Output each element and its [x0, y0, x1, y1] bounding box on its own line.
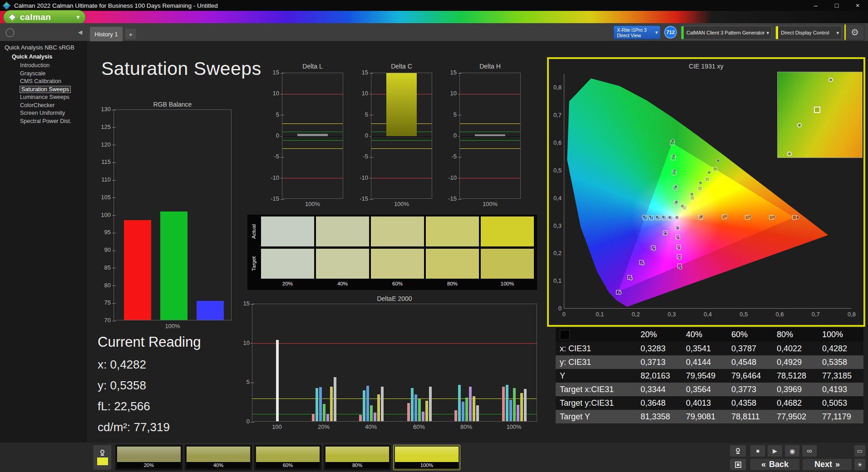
y-tick: [251, 422, 254, 423]
y-tick-label: 0: [442, 132, 457, 139]
table-row: Target y:CIE310,36480,40130,43580,46820,…: [556, 396, 863, 410]
workspace-menu-button[interactable]: [5, 28, 15, 37]
sidebar-item-screen-uniformity[interactable]: Screen Uniformity: [0, 109, 87, 118]
y-tick-label: 15: [354, 69, 368, 76]
sidebar-collapse-icon[interactable]: ◀: [78, 29, 82, 35]
deltae-bar: [370, 405, 373, 421]
minimize-icon[interactable]: –: [805, 0, 826, 11]
deltae-bar: [407, 403, 410, 421]
chevron-down-icon: ▾: [836, 30, 839, 36]
meter-name: X-Rite i1Pro 3: [617, 27, 646, 33]
table-cell: 0,3787: [727, 344, 773, 354]
settings-button[interactable]: ⚙: [844, 24, 864, 40]
sidebar-item-label: Saturation Sweeps: [20, 86, 70, 93]
sidebar-item-label: ColorChecker: [20, 102, 54, 108]
tab-bar: ◀ History 1 + X-Rite i1Pro 3 Direct View…: [0, 23, 868, 41]
sidebar-item-spectral-power-dist[interactable]: Spectral Power Dist.: [0, 118, 87, 126]
inset-measured-point: [797, 123, 802, 128]
brightness-button[interactable]: ☀: [854, 458, 866, 471]
pattern-patch-60[interactable]: 60%: [254, 445, 321, 470]
stop-button[interactable]: ■: [750, 445, 765, 457]
pattern-lamp-button[interactable]: [730, 445, 746, 457]
y-tick-label: -15: [354, 195, 368, 202]
cie-target-point: [698, 186, 702, 191]
y-tick-label: 0: [265, 132, 279, 139]
meter-badge[interactable]: 712: [664, 26, 677, 39]
ref-line: [252, 343, 537, 344]
y-tick-label: 0,2: [550, 250, 562, 256]
deltae-bar: [414, 394, 417, 421]
y-tick: [112, 127, 116, 128]
back-button[interactable]: « Back: [750, 458, 800, 471]
table-col-header: 80%: [773, 330, 818, 339]
deltae-chart: DeltaE 2000 15105010020%40%60%80%100%: [235, 295, 553, 436]
calman-logo-menu[interactable]: calman ▼: [3, 10, 86, 25]
y-tick-label: 5: [354, 111, 368, 118]
pattern-window-button[interactable]: [93, 445, 112, 470]
delta-l-xlabel: 100%: [282, 201, 343, 207]
window-title: Calman 2022 Calman Ultimate for Business…: [14, 2, 218, 9]
calman-logo-text: calman: [20, 12, 51, 22]
table-cell: 0,3564: [682, 385, 727, 394]
ref-line: [460, 123, 520, 124]
source-dropdown[interactable]: CalMAN Client 3 Pattern Generator ▾: [681, 26, 772, 39]
table-cell: 0,4358: [727, 398, 773, 408]
delta-h-plot: [459, 73, 521, 199]
pattern-patch-80[interactable]: 80%: [324, 445, 391, 470]
infinity-icon: ∞: [807, 447, 812, 455]
table-col-header: 60%: [727, 330, 773, 339]
patch-label: 80%: [326, 462, 389, 468]
deltae-bar: [422, 412, 424, 421]
sidebar-header: Quick Analysis NBC sRGB: [5, 44, 74, 51]
meter-dropdown[interactable]: X-Rite i1Pro 3 Direct View ▾: [613, 25, 661, 39]
table-cell: 0,3344: [636, 385, 682, 394]
sidebar-item-cms-calibration[interactable]: CMS Calibration: [0, 78, 87, 86]
deltae-title: DeltaE 2000: [252, 295, 537, 302]
sidebar-root-node[interactable]: Quick Analysis: [12, 54, 52, 60]
table-row-label: Target Y: [556, 412, 636, 422]
display-dropdown[interactable]: Direct Display Control ▾: [775, 26, 842, 39]
sidebar-item-colorchecker[interactable]: ColorChecker: [0, 102, 87, 110]
capture-button[interactable]: ◉: [784, 445, 800, 457]
sidebar-item-grayscale[interactable]: Grayscale: [0, 70, 87, 78]
close-icon[interactable]: ×: [847, 0, 868, 11]
table-cell: 81,3358: [636, 412, 682, 422]
pattern-window-toggle-button[interactable]: [730, 458, 746, 471]
table-cell: 79,9549: [682, 371, 727, 381]
sidebar-item-luminance-sweeps[interactable]: Luminance Sweeps: [0, 93, 87, 102]
ref-line: [282, 123, 343, 124]
pattern-patch-40[interactable]: 40%: [185, 445, 252, 470]
swatch-col-label: 60%: [371, 281, 424, 286]
table-cell: 0,5053: [818, 398, 863, 408]
table-cell: 77,9502: [773, 412, 818, 422]
swatch-actual: [371, 216, 424, 246]
pattern-patch-100[interactable]: 100%: [393, 445, 460, 470]
table-cell: 0,4929: [773, 358, 818, 367]
loop-button[interactable]: ∞: [802, 445, 817, 457]
y-tick: [112, 180, 116, 181]
deltae-bar: [377, 394, 380, 421]
table-cell: 0,3713: [636, 358, 682, 367]
y-tick-label: 95: [95, 229, 111, 236]
deltae-bar: [381, 387, 384, 421]
table-cell: 0,3648: [636, 398, 682, 408]
sidebar-item-introduction[interactable]: Introduction: [0, 62, 87, 70]
patch-label: 40%: [187, 462, 250, 468]
maximize-icon[interactable]: □: [826, 0, 847, 11]
play-button[interactable]: ▶: [767, 445, 783, 457]
next-button[interactable]: Next »: [802, 458, 852, 471]
display-layout-button[interactable]: ▭: [854, 445, 866, 457]
add-tab-button[interactable]: +: [125, 29, 136, 39]
tab-history-1[interactable]: History 1: [90, 27, 123, 41]
ref-line: [282, 178, 343, 178]
y-tick-label: 0,5: [550, 167, 562, 174]
sidebar-item-saturation-sweeps[interactable]: Saturation Sweeps: [0, 86, 87, 94]
table-cell: 0,4022: [773, 344, 818, 354]
meter-mode: Direct View: [617, 33, 646, 38]
x-tick-label: 80%: [450, 423, 482, 430]
table-cell: 0,4193: [818, 385, 863, 394]
monitor-icon: ▭: [857, 447, 863, 454]
pattern-patch-20[interactable]: 20%: [115, 445, 182, 470]
window-in-window-icon: [735, 462, 741, 468]
cie-measured-point: [676, 226, 680, 230]
